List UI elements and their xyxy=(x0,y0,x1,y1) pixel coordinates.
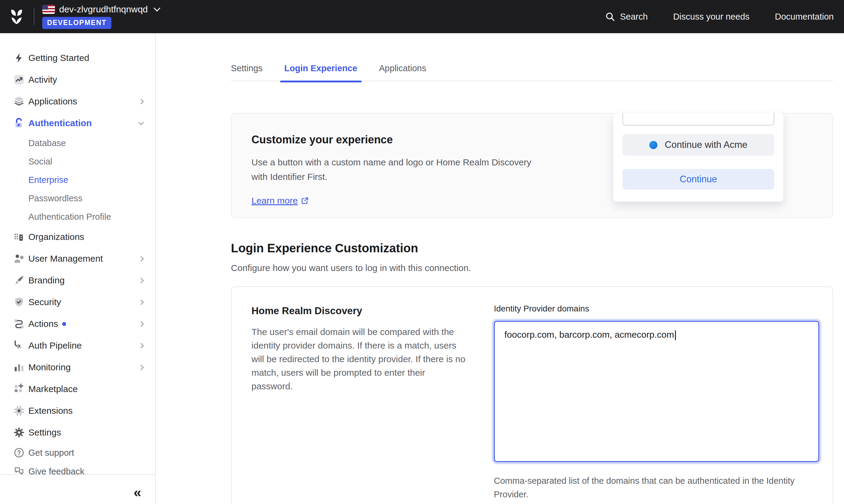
help-circle-icon xyxy=(12,447,26,458)
unlocked-padlock-icon xyxy=(12,118,26,129)
chevron-right-icon xyxy=(138,321,144,326)
identity-provider-domains-input[interactable]: foocorp.com, barcorp.com, acmecorp.com xyxy=(494,321,819,462)
sidebar-item-branding[interactable]: Branding xyxy=(0,270,155,291)
login-preview-panel: Continue with Acme Continue xyxy=(613,113,783,202)
auth0-shield-icon xyxy=(8,8,25,25)
lightning-icon xyxy=(12,52,26,64)
identity-provider-domains-value: foocorp.com, barcorp.com, acmecorp.com xyxy=(504,329,674,340)
main-content: Settings Login Experience Applications C… xyxy=(156,33,844,504)
chevron-right-icon xyxy=(138,99,144,104)
continue-label: Continue xyxy=(680,174,717,185)
chevron-right-icon xyxy=(138,300,144,305)
sidebar-item-authentication[interactable]: Authentication xyxy=(0,112,155,134)
chevron-down-icon xyxy=(138,120,144,125)
sidebar-item-enterprise[interactable]: Enterprise xyxy=(0,171,155,189)
search-label: Search xyxy=(620,12,648,22)
tab-login-experience[interactable]: Login Experience xyxy=(284,64,357,73)
paintbrush-icon xyxy=(12,275,26,286)
sidebar-item-extensions[interactable]: Extensions xyxy=(0,400,155,421)
auth0-logo[interactable] xyxy=(8,8,25,25)
flow-connector-icon xyxy=(12,318,26,329)
new-indicator-dot xyxy=(62,322,66,326)
chevron-right-icon xyxy=(138,343,144,348)
sidebar-item-user-management[interactable]: User Management xyxy=(0,248,155,270)
pipeline-arrow-icon xyxy=(12,340,26,351)
customize-experience-card: Customize your experience Use a button w… xyxy=(231,113,833,218)
sidebar-item-monitoring[interactable]: Monitoring xyxy=(0,356,155,378)
sidebar-footer-divider xyxy=(0,474,155,475)
sidebar-item-security[interactable]: Security xyxy=(0,291,155,313)
us-flag-icon xyxy=(42,5,55,14)
discuss-your-needs-link[interactable]: Discuss your needs xyxy=(673,12,750,22)
sidebar-item-social[interactable]: Social xyxy=(0,152,155,171)
environment-badge: DEVELOPMENT xyxy=(42,17,111,29)
identity-provider-domains-helper: Comma-separated list of the domains that… xyxy=(494,474,823,501)
text-caret xyxy=(675,330,676,340)
user-gear-icon xyxy=(12,253,26,264)
login-experience-customization-section: Login Experience Customization Configure… xyxy=(231,241,471,273)
collapse-sidebar-button[interactable]: « xyxy=(133,485,141,499)
sidebar-item-getting-started[interactable]: Getting Started xyxy=(0,47,155,69)
tab-applications[interactable]: Applications xyxy=(379,64,426,73)
sidebar-item-database[interactable]: Database xyxy=(0,134,155,152)
tenant-switcher[interactable]: dev-zlvgrudhtfnqnwqd DEVELOPMENT xyxy=(42,4,159,29)
shield-check-icon xyxy=(12,296,26,308)
home-realm-discovery-card: Home Realm Discovery The user's email do… xyxy=(231,286,833,504)
external-link-icon xyxy=(301,196,309,205)
chevron-right-icon xyxy=(138,364,144,370)
search-icon xyxy=(605,12,615,22)
tab-bar: Settings Login Experience Applications xyxy=(231,64,833,81)
sidebar-item-actions[interactable]: Actions xyxy=(0,313,155,335)
documentation-link[interactable]: Documentation xyxy=(775,12,834,22)
feedback-bubbles-icon xyxy=(12,466,26,477)
section-title: Login Experience Customization xyxy=(231,241,471,255)
sidebar-item-marketplace[interactable]: Marketplace xyxy=(0,378,155,400)
identity-provider-domains-label: Identity Provider domains xyxy=(494,304,819,313)
sidebar-item-applications[interactable]: Applications xyxy=(0,91,155,112)
sidebar-item-organizations[interactable]: Organizations xyxy=(0,226,155,248)
chevron-right-icon xyxy=(138,278,144,283)
sidebar-item-passwordless[interactable]: Passwordless xyxy=(0,189,155,208)
home-realm-discovery-title: Home Realm Discovery xyxy=(251,305,466,317)
learn-more-label: Learn more xyxy=(251,196,298,206)
chip-icon xyxy=(12,405,26,416)
marketplace-icon xyxy=(12,383,26,395)
sidebar-item-authentication-profile[interactable]: Authentication Profile xyxy=(0,208,155,226)
bar-chart-icon xyxy=(12,362,26,373)
layers-icon xyxy=(12,96,26,107)
topbar-divider xyxy=(34,8,34,25)
sidebar-item-give-feedback[interactable]: Give feedback xyxy=(0,462,155,481)
tab-settings[interactable]: Settings xyxy=(231,64,263,73)
gear-icon xyxy=(12,427,26,438)
acme-logo-icon xyxy=(649,141,658,149)
continue-with-acme-button[interactable]: Continue with Acme xyxy=(623,134,774,156)
chevron-down-icon xyxy=(153,5,160,12)
sidebar-item-settings[interactable]: Settings xyxy=(0,421,155,443)
preview-email-input xyxy=(623,113,774,126)
continue-with-acme-label: Continue with Acme xyxy=(665,140,748,150)
sidebar: Getting Started Activity Applications Au… xyxy=(0,33,156,504)
chevron-right-icon xyxy=(138,256,144,262)
organizations-icon xyxy=(12,231,26,242)
section-subtitle: Configure how you want users to log in w… xyxy=(231,263,471,273)
tenant-name: dev-zlvgrudhtfnqnwqd xyxy=(59,4,148,15)
continue-button[interactable]: Continue xyxy=(623,169,774,190)
activity-icon xyxy=(12,74,26,85)
sidebar-item-auth-pipeline[interactable]: Auth Pipeline xyxy=(0,335,155,356)
topbar: dev-zlvgrudhtfnqnwqd DEVELOPMENT Search … xyxy=(0,0,844,33)
sidebar-item-get-support[interactable]: Get support xyxy=(0,443,155,462)
customize-card-description: Use a button with a custom name and logo… xyxy=(251,155,538,184)
home-realm-discovery-description: The user's email domain will be compared… xyxy=(251,325,466,393)
search-button[interactable]: Search xyxy=(605,12,648,22)
sidebar-item-activity[interactable]: Activity xyxy=(0,69,155,91)
customize-card-title: Customize your experience xyxy=(251,133,547,146)
learn-more-link[interactable]: Learn more xyxy=(251,196,309,206)
